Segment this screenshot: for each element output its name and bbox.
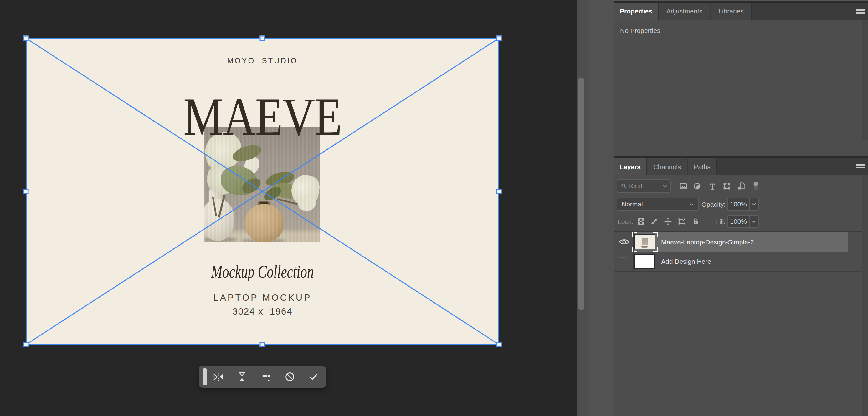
transform-handle-middle-left[interactable] [24,189,29,194]
more-options-button[interactable] [259,370,273,384]
layer-visibility-checkbox[interactable] [619,258,627,266]
properties-scroll-gutter [862,20,868,140]
layer-list-end-divider [614,271,868,272]
fill-input[interactable]: 100% [727,215,759,228]
transform-handle-middle-right[interactable] [496,189,502,194]
opacity-value: 100% [728,201,749,208]
dock-strip [588,0,614,416]
tab-adjustments-label: Adjustments [666,7,703,15]
lock-move-icon [664,217,672,226]
flip-vertical-button[interactable] [235,370,249,384]
transform-handle-bottom-center[interactable] [260,342,265,348]
transform-options-bar [199,365,326,388]
tab-layers[interactable]: Layers [614,158,647,175]
chevron-down-icon [752,220,756,223]
eye-icon [619,238,629,245]
input-divider [749,198,750,210]
tab-channels-label: Channels [653,163,681,171]
tab-properties[interactable]: Properties [614,2,659,20]
transform-handle-top-right[interactable] [496,36,502,41]
filter-toggle-icon [751,181,760,191]
tab-channels[interactable]: Channels [647,158,687,175]
commit-transform-button[interactable] [307,370,320,384]
eye-column-divider [633,232,634,271]
chevron-down-icon [663,185,667,188]
filter-shape-layers-button[interactable] [723,182,731,190]
lock-transparency-button[interactable] [637,217,645,226]
lock-all-button[interactable] [692,217,700,226]
transform-handle-bottom-left[interactable] [24,342,29,348]
fill-label: Fill: [701,218,725,226]
cancel-transform-button[interactable] [283,370,297,384]
layer-row-maeve[interactable]: Maeve-Laptop-Design-Simple-2 [614,232,868,252]
cancel-icon [284,371,296,383]
blend-mode-value: Normal [622,201,643,208]
lock-artboard-button[interactable] [678,217,686,226]
lock-artboard-icon [678,217,686,226]
design-collection-text: Mockup Collection [87,263,437,281]
design-title-text: MAEVE [64,90,461,144]
no-properties-message: No Properties [620,27,660,34]
opacity-label: Opacity: [701,201,725,208]
type-layer-icon [708,182,717,190]
lock-label: Lock: [618,218,633,226]
thumbnail-detail [642,247,647,248]
document-canvas[interactable]: MOYO STUDIO MAEVE [26,38,499,345]
filter-type-layers-button[interactable] [708,182,717,190]
canvas-scrollbar-thumb[interactable] [578,78,584,310]
thumbnail-detail [641,246,648,246]
layers-scroll-gutter [862,175,868,416]
opacity-input[interactable]: 100% [727,198,759,211]
filter-smart-objects-button[interactable] [738,182,746,190]
tab-libraries-label: Libraries [718,7,744,15]
layers-panel-menu-button[interactable] [857,164,865,170]
chevron-down-icon [752,203,756,206]
tab-adjustments[interactable]: Adjustments [659,2,710,20]
layer-thumbnail[interactable] [634,234,655,249]
panel-top-strip [614,0,868,2]
layer-filter-toggle[interactable] [751,181,760,191]
transform-handle-top-center[interactable] [260,36,265,41]
tab-paths[interactable]: Paths [688,158,717,175]
properties-panel-menu-button[interactable] [857,9,865,14]
checkmark-icon [308,371,319,383]
thumbnail-bracket [653,232,658,237]
flip-horizontal-button[interactable] [212,370,225,384]
tab-layers-label: Layers [619,163,641,171]
design-caption-text: LAPTOP MOCKUP [26,293,499,303]
tab-libraries[interactable]: Libraries [711,2,752,20]
design-brand-text: MOYO STUDIO [26,56,499,65]
layer-name: Maeve-Laptop-Design-Simple-2 [661,238,754,246]
layer-row-add-design[interactable]: Add Design Here [614,252,868,271]
filter-pixel-layers-button[interactable] [679,182,688,190]
transform-handle-top-left[interactable] [24,36,29,41]
layer-visibility-eye[interactable] [619,238,629,245]
smart-object-icon [738,182,746,190]
tab-paths-label: Paths [694,163,711,171]
layer-filter-label: Kind [629,182,642,190]
ellipsis-icon [260,371,272,383]
filter-adjustment-layers-button[interactable] [693,182,702,190]
search-icon [620,183,627,189]
lock-transparency-icon [637,217,645,226]
properties-panel-content: No Properties [614,20,868,156]
transform-handle-bottom-right[interactable] [496,342,502,348]
lock-position-button[interactable] [664,217,672,226]
drag-handle[interactable] [203,368,207,385]
photoshop-window: MOYO STUDIO MAEVE [0,0,868,416]
layers-tab-bar: Layers Channels Paths [614,158,868,175]
layer-name: Add Design Here [661,258,711,265]
properties-tab-bar: Properties Adjustments Libraries [614,2,868,20]
layer-filter-search[interactable]: Kind [617,179,671,192]
fill-value: 100% [728,218,749,225]
tab-properties-label: Properties [620,7,652,15]
layer-thumbnail[interactable] [634,254,655,269]
chevron-down-icon [689,203,694,206]
adjustment-layer-icon [693,182,702,190]
input-divider [749,215,750,228]
design-dimensions-text: 3024 x 1964 [26,306,499,317]
thumbnail-bracket [653,246,658,251]
thumbnail-detail [642,238,648,245]
blend-mode-select[interactable]: Normal [617,198,699,211]
lock-paint-button[interactable] [650,217,658,226]
